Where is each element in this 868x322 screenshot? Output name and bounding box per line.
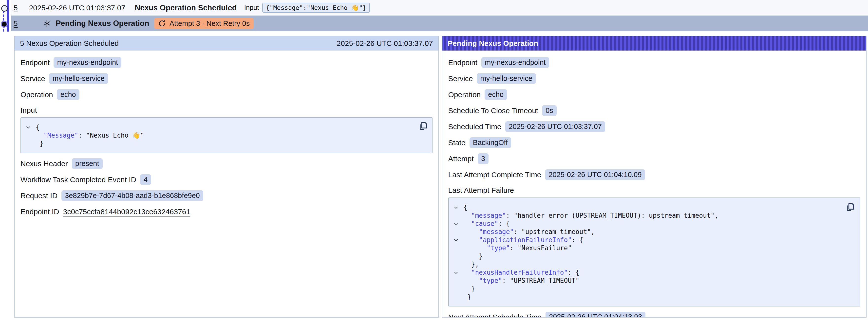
timeline-node-current-icon	[1, 21, 8, 28]
chevron-down-icon[interactable]	[452, 220, 464, 228]
input-block-label: Input	[21, 106, 433, 115]
code-line-text: }	[467, 293, 471, 301]
code-line-text: "cause": {	[471, 220, 510, 228]
event-title: Nexus Operation Scheduled	[135, 3, 237, 12]
pending-operation-title: Pending Nexus Operation	[56, 19, 149, 28]
event-id-link[interactable]: 5	[13, 4, 18, 12]
pending-operation-body: Endpoint my-nexus-endpoint Service my-he…	[442, 51, 866, 318]
code-gutter	[452, 212, 464, 220]
field-value-badge: present	[72, 158, 103, 169]
field-label: Attempt	[448, 155, 474, 163]
field-value-badge: 0s	[542, 105, 557, 116]
code-gutter	[452, 293, 464, 301]
field-endpoint: Endpoint my-nexus-endpoint	[21, 57, 433, 68]
failure-json-code: {"message": "handler error (UPSTREAM_TIM…	[452, 203, 855, 301]
field-label: Endpoint	[448, 58, 477, 67]
endpoint-id-link[interactable]: 3c0c75ccfa8144b092c13ce632463761	[63, 207, 190, 216]
retry-badge-label: Attempt 3 · Next Retry 0s	[169, 20, 250, 28]
code-line-text: "message": "handler error (UPSTREAM_TIME…	[471, 212, 718, 220]
field-label: Service	[448, 74, 473, 83]
code-gutter	[452, 285, 464, 293]
field-label: Nexus Header	[21, 160, 68, 168]
field-operation: Operation echo	[21, 89, 433, 100]
field-label: Endpoint	[21, 58, 50, 67]
field-state: State BackingOff	[448, 137, 860, 148]
field-scheduled-time: Scheduled Time 2025-02-26 UTC 01:03:37.0…	[448, 121, 860, 132]
field-label: Endpoint ID	[21, 207, 59, 216]
field-label: Service	[21, 74, 45, 83]
code-gutter	[452, 277, 464, 285]
code-line-text: }	[40, 139, 44, 148]
copy-icon	[418, 121, 429, 131]
field-endpoint: Endpoint my-nexus-endpoint	[448, 57, 860, 68]
field-value-badge: 3	[478, 153, 489, 164]
field-operation: Operation echo	[448, 89, 860, 100]
code-line-text: "applicationFailureInfo": {	[479, 236, 583, 244]
event-summary-header: 5 Nexus Operation Scheduled 2025-02-26 U…	[14, 36, 438, 51]
copy-icon	[845, 202, 856, 213]
code-gutter	[452, 228, 464, 236]
field-value-badge: my-hello-service	[49, 73, 108, 84]
field-label: Operation	[448, 91, 481, 99]
field-label: State	[448, 138, 466, 147]
code-line-text: "message": "upstream timeout",	[479, 228, 595, 236]
field-value-badge: 2025-02-26 UTC 01:03:37.07	[505, 121, 605, 132]
retry-icon	[158, 20, 166, 27]
pending-operation-header: Pending Nexus Operation	[442, 36, 866, 51]
field-next-attempt-schedule-time: Next Attempt Schedule Time 2025-02-26 UT…	[448, 312, 860, 318]
field-label: Request ID	[21, 192, 58, 200]
input-json-code: {"Message": "Nexus Echo 👋"}	[24, 123, 427, 148]
field-value-badge: my-nexus-endpoint	[54, 57, 121, 68]
code-line-text: }	[479, 252, 483, 260]
field-value-badge: 3e829b7e-7d67-4b08-aad3-b1e868bfe9e0	[61, 190, 203, 201]
failure-json-block: {"message": "handler error (UPSTREAM_TIM…	[448, 197, 860, 307]
code-gutter	[452, 244, 464, 252]
field-value-badge: 2025-02-26 UTC 01:04:10.09	[545, 169, 645, 180]
event-timestamp: 2025-02-26 UTC 01:03:37.07	[29, 4, 125, 12]
code-gutter	[452, 252, 464, 260]
code-gutter	[24, 131, 36, 139]
field-nexus-header: Nexus Header present	[21, 158, 433, 169]
event-input-preview: {"Message":"Nexus Echo 👋"}	[262, 3, 370, 13]
event-input-label: Input	[244, 4, 259, 11]
timeline-node-open-icon	[1, 5, 8, 11]
code-line-text: "nexusHandlerFailureInfo": {	[471, 268, 579, 277]
field-endpoint-id: Endpoint ID 3c0c75ccfa8144b092c13ce63246…	[21, 206, 433, 217]
event-summary-panel: 5 Nexus Operation Scheduled 2025-02-26 U…	[14, 36, 439, 318]
history-row-pending-operation[interactable]: 5 Pending Nexus Operation Attempt 3 · Ne…	[11, 15, 868, 31]
pending-asterisk-icon	[42, 19, 51, 28]
history-row-scheduled-event[interactable]: 5 2025-02-26 UTC 01:03:37.07 Nexus Opera…	[11, 0, 868, 15]
field-last-attempt-complete-time: Last Attempt Complete Time 2025-02-26 UT…	[448, 169, 860, 180]
chevron-down-icon[interactable]	[24, 123, 36, 131]
field-value-badge: echo	[57, 89, 80, 100]
field-value-badge: my-nexus-endpoint	[482, 57, 549, 68]
field-value-badge: 2025-02-26 UTC 01:04:13.93	[546, 312, 646, 318]
input-json-block: {"Message": "Nexus Echo 👋"}	[21, 117, 433, 153]
event-detail-panels: 5 Nexus Operation Scheduled 2025-02-26 U…	[14, 36, 867, 318]
chevron-down-icon[interactable]	[452, 203, 464, 212]
field-attempt: Attempt 3	[448, 153, 860, 164]
code-gutter	[24, 139, 36, 148]
field-value-badge: echo	[485, 89, 507, 100]
copy-button[interactable]	[417, 120, 429, 132]
code-gutter	[452, 260, 464, 268]
code-line-text: },	[471, 260, 479, 268]
chevron-down-icon[interactable]	[452, 236, 464, 244]
code-line-text: }	[471, 285, 475, 293]
event-summary-header-title: 5 Nexus Operation Scheduled	[20, 39, 119, 47]
copy-button[interactable]	[844, 201, 856, 213]
failure-block-label: Last Attempt Failure	[448, 186, 860, 195]
event-summary-header-timestamp: 2025-02-26 UTC 01:03:37.07	[337, 39, 433, 47]
field-value-badge: 4	[140, 174, 151, 185]
field-label: Operation	[21, 91, 53, 99]
code-line-text: "type": "UPSTREAM_TIMEOUT"	[479, 277, 579, 285]
timeline-active-bar	[7, 0, 9, 32]
event-id-link[interactable]: 5	[13, 19, 18, 28]
pending-operation-header-title: Pending Nexus Operation	[448, 39, 538, 47]
field-request-id: Request ID 3e829b7e-7d67-4b08-aad3-b1e86…	[21, 190, 433, 201]
field-label: Workflow Task Completed Event ID	[21, 175, 136, 184]
chevron-down-icon[interactable]	[452, 268, 464, 277]
field-service: Service my-hello-service	[448, 73, 860, 84]
field-label: Next Attempt Schedule Time	[448, 313, 542, 318]
code-line-text: {	[464, 203, 468, 212]
